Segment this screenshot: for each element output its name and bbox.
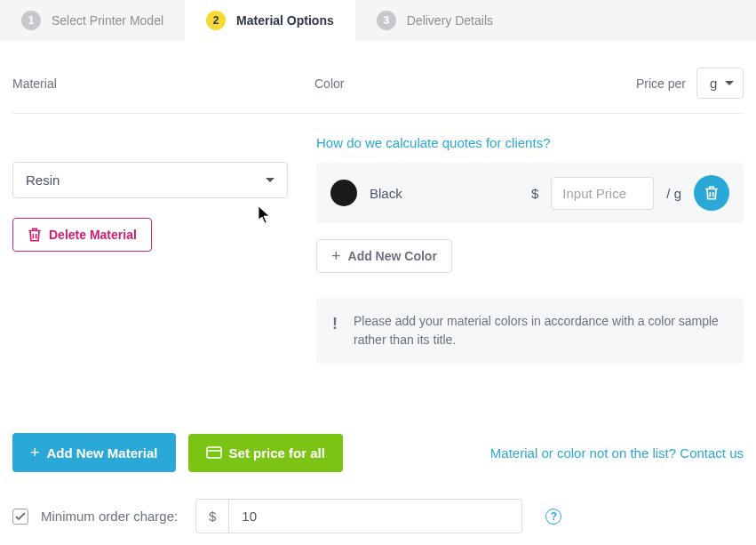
set-price-all-button[interactable]: Set price for all <box>188 434 343 472</box>
material-select[interactable]: Resin <box>12 162 288 198</box>
add-material-label: Add New Material <box>47 445 158 461</box>
delete-material-button[interactable]: Delete Material <box>12 218 152 252</box>
column-headers: Material Color Price per g <box>12 41 744 114</box>
tab-select-printer[interactable]: 1 Select Printer Model <box>0 0 185 41</box>
min-order-input[interactable] <box>229 499 522 533</box>
wizard-tabs: 1 Select Printer Model 2 Material Option… <box>0 0 756 41</box>
min-order-row: Minimum order charge: $ ? <box>12 499 744 545</box>
quote-calc-link[interactable]: How do we calculate quotes for clients? <box>316 135 550 150</box>
add-color-label: Add New Color <box>348 249 437 263</box>
tab-label: Delivery Details <box>407 13 493 28</box>
price-input[interactable] <box>551 177 654 210</box>
tab-delivery-details[interactable]: 3 Delivery Details <box>355 0 514 41</box>
min-order-checkbox[interactable] <box>12 509 28 525</box>
add-material-button[interactable]: + Add New Material <box>12 433 176 472</box>
delete-material-label: Delete Material <box>49 228 137 242</box>
tab-material-options[interactable]: 2 Material Options <box>185 0 355 41</box>
currency-label: $ <box>531 186 538 201</box>
check-icon <box>15 512 26 521</box>
tab-label: Material Options <box>236 13 334 28</box>
step-number: 1 <box>21 11 41 30</box>
info-text: Please add your material colors in accor… <box>354 312 728 349</box>
header-material: Material <box>12 76 314 91</box>
tab-label: Select Printer Model <box>52 13 163 28</box>
plus-icon: + <box>30 445 40 461</box>
action-row: + Add New Material Set price for all Mat… <box>12 433 744 472</box>
contact-link[interactable]: Material or color not on the list? Conta… <box>490 445 744 461</box>
color-row: Black $ / g <box>316 163 744 223</box>
color-swatch-black[interactable] <box>330 180 357 206</box>
trash-icon <box>704 185 719 201</box>
header-color: Color <box>314 76 636 91</box>
step-number: 3 <box>377 11 396 30</box>
header-price-per: Price per <box>636 76 686 91</box>
svg-rect-0 <box>207 447 221 458</box>
add-color-button[interactable]: + Add New Color <box>316 239 452 273</box>
delete-color-button[interactable] <box>694 175 729 211</box>
trash-icon <box>28 227 42 243</box>
info-box: ! Please add your material colors in acc… <box>316 298 744 364</box>
help-icon[interactable]: ? <box>545 509 561 525</box>
color-name: Black <box>370 186 402 201</box>
per-unit-label: / g <box>666 186 681 201</box>
unit-select[interactable]: g <box>696 68 744 99</box>
step-number: 2 <box>206 11 226 30</box>
price-icon <box>206 446 222 459</box>
plus-icon: + <box>331 248 341 264</box>
currency-prefix: $ <box>195 499 229 533</box>
set-price-label: Set price for all <box>229 445 325 461</box>
min-order-label: Minimum order charge: <box>41 509 183 524</box>
info-icon: ! <box>332 312 338 349</box>
